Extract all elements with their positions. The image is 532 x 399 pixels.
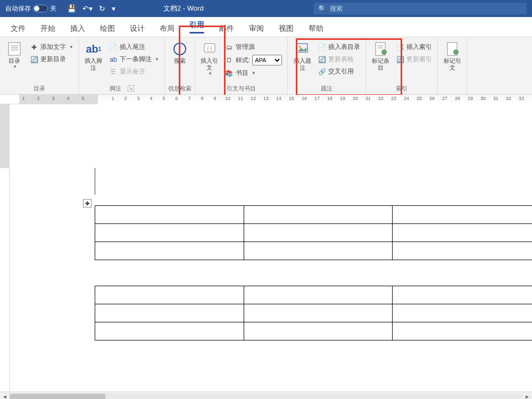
mark-citation-button[interactable]: 标记引文 [441, 39, 463, 73]
toggle-switch[interactable] [33, 5, 48, 12]
group-label-toc: 目录 [34, 85, 45, 93]
update-toc-button[interactable]: 🔄更新目录 [28, 54, 76, 65]
svg-point-13 [381, 49, 387, 55]
tab-references[interactable]: 引用 [182, 16, 212, 37]
insert-footnote-button[interactable]: ab1 插入脚注 [82, 39, 105, 73]
update-icon: 🔄 [30, 55, 38, 64]
insert-caption-button[interactable]: 插入题注 [291, 39, 313, 73]
insert-citation-button[interactable]: (-) 插入引文 ▼ [198, 39, 221, 78]
autosave-state: 关 [50, 4, 56, 13]
table-row [95, 322, 533, 340]
horizontal-scrollbar[interactable]: ◄ ► [0, 392, 532, 399]
toc-button[interactable]: 目录 ▼ [3, 39, 26, 71]
group-toc: 目录 ▼ ✚添加文字▼ 🔄更新目录 目录 [0, 37, 79, 94]
group-index: 标记条目 📑插入索引 🔄更新索引 索引 [366, 37, 438, 94]
show-notes-icon: ☰ [109, 68, 118, 76]
mark-citation-icon [445, 41, 460, 56]
tab-home[interactable]: 开始 [33, 20, 63, 37]
search-placeholder: 搜索 [330, 4, 343, 13]
qat-customize-icon[interactable]: ▾ [112, 4, 115, 13]
manage-sources-button[interactable]: 🗂管理源 [223, 41, 284, 53]
bibliography-button[interactable]: 📚书目▼ [223, 68, 284, 79]
tab-review[interactable]: 审阅 [242, 20, 271, 37]
horizontal-ruler[interactable]: 1234512345678910111213141516171819202122… [0, 95, 532, 104]
tab-design[interactable]: 设计 [122, 20, 152, 37]
insert-endnote-button[interactable]: 📄插入尾注 [107, 41, 161, 53]
search-icon: 🔍 [318, 5, 327, 13]
table-1[interactable] [95, 205, 532, 260]
add-text-button[interactable]: ✚添加文字▼ [28, 41, 76, 53]
group-label-index: 索引 [396, 85, 408, 93]
undo-icon[interactable]: ↶▾ [82, 4, 93, 13]
table-row [95, 206, 533, 224]
table-row [95, 242, 533, 260]
group-citations: (-) 插入引文 ▼ 🗂管理源 🗋样式: APA 📚书目▼ 引文与书目 [195, 37, 288, 94]
scroll-right-icon[interactable]: ► [522, 394, 532, 399]
next-footnote-button[interactable]: ab下一条脚注▼ [107, 54, 161, 65]
text-cursor [95, 168, 95, 195]
tab-file[interactable]: 文件 [3, 20, 33, 37]
chevron-down-icon: ▼ [13, 64, 17, 69]
table-move-handle-icon[interactable]: ✥ [83, 199, 92, 207]
svg-point-15 [453, 49, 459, 55]
citation-icon: (-) [202, 41, 217, 56]
dialog-launcher-icon[interactable]: ↘ [128, 85, 134, 92]
ribbon: 目录 ▼ ✚添加文字▼ 🔄更新目录 目录 ab1 插入脚注 📄插入尾注 ab下一… [0, 37, 532, 95]
autosave-toggle[interactable]: 自动保存 关 [0, 4, 62, 13]
group-label-footnotes: 脚注 [110, 85, 121, 93]
next-footnote-icon: ab [109, 55, 118, 64]
bibliography-icon: 📚 [225, 69, 234, 78]
style-dropdown[interactable]: 🗋样式: APA [223, 54, 284, 66]
insert-tof-button[interactable]: 📄插入表目录 [315, 41, 362, 53]
group-label-citations: 引文与书目 [227, 85, 256, 93]
update-index-icon: 🔄 [396, 55, 404, 64]
cross-reference-button[interactable]: 🔗交叉引用 [315, 66, 362, 77]
crossref-icon: 🔗 [318, 68, 326, 76]
style-icon: 🗋 [225, 56, 234, 64]
ribbon-tabs: 文件 开始 插入 绘图 设计 布局 引用 邮件 审阅 视图 帮助 [0, 17, 532, 37]
scroll-left-icon[interactable]: ◄ [0, 394, 10, 399]
caption-icon [295, 41, 310, 56]
tab-mailings[interactable]: 邮件 [212, 20, 242, 37]
tab-layout[interactable]: 布局 [152, 20, 182, 37]
autosave-label: 自动保存 [5, 4, 31, 13]
endnote-icon: 📄 [109, 43, 118, 52]
update-table-button: 🔄更新表格 [315, 54, 362, 65]
group-label-research: 信息检索 [168, 85, 192, 93]
manage-sources-icon: 🗂 [225, 43, 234, 52]
insert-index-icon: 📑 [396, 43, 404, 52]
group-toa: 标记引文 [438, 37, 467, 94]
search-box[interactable]: 🔍 搜索 [314, 3, 527, 14]
vertical-ruler[interactable] [0, 104, 10, 392]
mark-entry-icon [373, 41, 388, 56]
add-text-icon: ✚ [30, 43, 38, 52]
style-select[interactable]: APA [252, 55, 282, 65]
insert-index-button[interactable]: 📑插入索引 [394, 41, 434, 53]
tab-help[interactable]: 帮助 [301, 20, 331, 37]
tab-view[interactable]: 视图 [271, 20, 301, 37]
svg-text:i: i [179, 45, 181, 53]
table-row [95, 286, 533, 304]
footnote-icon: ab1 [86, 41, 101, 56]
tab-insert[interactable]: 插入 [63, 20, 93, 37]
group-footnotes: ab1 插入脚注 📄插入尾注 ab下一条脚注▼ ☰显示备注 脚注 ↘ [79, 37, 165, 94]
scroll-thumb[interactable] [10, 394, 105, 400]
group-research: i 搜索 信息检索 [165, 37, 195, 94]
update-table-icon: 🔄 [318, 55, 326, 64]
title-bar: 自动保存 关 💾 ↶▾ ↻ ▾ 文档2 - Word 🔍 搜索 [0, 0, 532, 17]
table-row [95, 224, 533, 242]
table-2[interactable] [95, 286, 532, 340]
document-canvas[interactable]: ✥ [10, 104, 532, 392]
tab-draw[interactable]: 绘图 [93, 20, 122, 37]
group-captions: 插入题注 📄插入表目录 🔄更新表格 🔗交叉引用 题注 [288, 37, 366, 94]
group-label-captions: 题注 [321, 85, 332, 93]
chevron-down-icon: ▼ [208, 71, 212, 76]
search-button[interactable]: i 搜索 [169, 39, 191, 66]
table-row [95, 304, 533, 322]
save-icon[interactable]: 💾 [67, 4, 76, 13]
document-title: 文档2 - Word [121, 4, 314, 13]
svg-rect-0 [9, 43, 20, 55]
redo-icon[interactable]: ↻ [99, 4, 105, 13]
show-notes-button: ☰显示备注 [107, 66, 161, 77]
mark-entry-button[interactable]: 标记条目 [369, 39, 392, 73]
